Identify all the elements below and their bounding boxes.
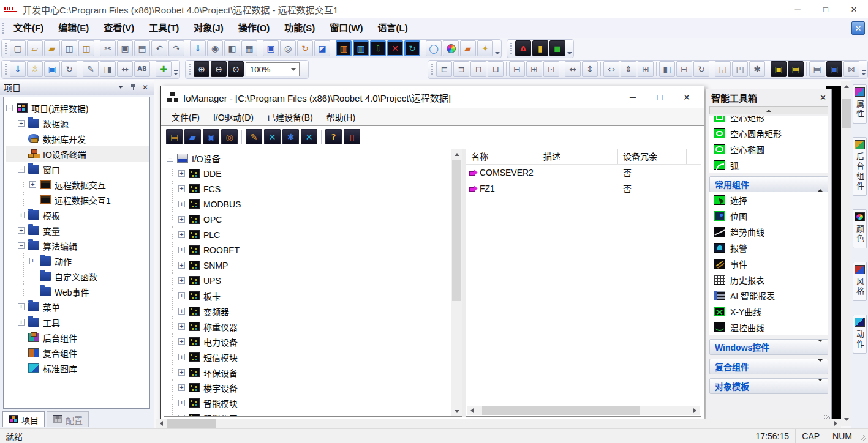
- tree-expander[interactable]: +: [178, 415, 185, 416]
- io-exit-icon[interactable]: ▯: [344, 129, 360, 144]
- tree-expander[interactable]: +: [178, 354, 185, 360]
- save-icon[interactable]: ◫: [61, 40, 77, 56]
- text-width-icon[interactable]: ↔: [117, 61, 133, 77]
- tree-expander[interactable]: +: [178, 323, 185, 330]
- io-new-icon[interactable]: ▤: [166, 129, 183, 144]
- tree-web-event[interactable]: Web事件: [6, 284, 149, 299]
- toolbox-section-windows-controls[interactable]: Windows控件: [709, 339, 828, 355]
- column-header-2[interactable]: 设备冗余: [618, 149, 687, 164]
- text-ab-icon[interactable]: AB: [134, 61, 150, 77]
- zoom-combo-dropdown-button[interactable]: [288, 63, 299, 76]
- toolbox-item-event[interactable]: 事件: [709, 256, 828, 272]
- tree-remote-data-window-1[interactable]: 远程数据交互1: [6, 192, 149, 207]
- lock-icon[interactable]: ⊠: [843, 61, 859, 77]
- scrollbar-thumb[interactable]: [842, 99, 851, 128]
- component-window-icon[interactable]: ▥: [336, 40, 352, 56]
- flip-horizontal-icon[interactable]: ◧: [659, 61, 675, 77]
- toolbox-item-trend-curve[interactable]: 趋势曲线: [709, 224, 828, 240]
- io-delete-icon[interactable]: ✕: [264, 129, 281, 144]
- zoom-level-combobox[interactable]: 100%: [246, 62, 300, 76]
- sync-icon[interactable]: ↻: [61, 61, 77, 77]
- tree-standard-library[interactable]: 标准图库: [6, 360, 149, 376]
- io-tree-opc[interactable]: +OPC: [167, 212, 450, 227]
- column-header-0[interactable]: 名称: [466, 149, 538, 164]
- scroll-down-button[interactable]: [451, 406, 462, 416]
- tree-custom-function[interactable]: 自定义函数: [6, 269, 149, 284]
- toolbox-section-common[interactable]: 常用组件: [709, 176, 828, 192]
- bottom-tab-project[interactable]: 项目: [2, 411, 45, 427]
- io-tree-inverter[interactable]: +变频器: [167, 303, 450, 319]
- chart-column-icon[interactable]: ▮: [532, 40, 548, 56]
- wrench-icon[interactable]: ✦: [477, 40, 493, 56]
- scroll-up-button[interactable]: [841, 81, 851, 91]
- find-replace-icon[interactable]: ◉: [207, 40, 223, 56]
- tree-expander[interactable]: +: [178, 231, 185, 238]
- font-color-icon[interactable]: A: [515, 40, 531, 56]
- save-all-icon[interactable]: ◫: [78, 40, 94, 56]
- tree-expander[interactable]: −: [18, 242, 25, 249]
- tree-expander[interactable]: +: [178, 369, 185, 376]
- device-list-horizontal-scrollbar[interactable]: [467, 406, 700, 415]
- tree-expander[interactable]: +: [178, 262, 185, 269]
- tree-database-dev[interactable]: 数据库开发: [6, 131, 149, 146]
- toolbox-section-object-templates[interactable]: 对象模板: [709, 378, 828, 394]
- align-right-icon[interactable]: ⊐: [453, 61, 469, 77]
- bring-to-front-icon[interactable]: ▣: [771, 61, 787, 77]
- scroll-left-button[interactable]: [156, 419, 167, 428]
- refresh-icon[interactable]: ↻: [297, 40, 313, 56]
- menu-tools[interactable]: 工具(T): [142, 20, 186, 36]
- center-horizontal-icon[interactable]: ⊟: [509, 61, 525, 77]
- screen-icon[interactable]: ◪: [314, 40, 330, 56]
- tree-io-terminal[interactable]: IO设备终端: [6, 146, 149, 162]
- menu-window[interactable]: 窗口(W): [322, 20, 370, 36]
- arrange-icon[interactable]: ✱: [749, 61, 765, 77]
- minimize-button[interactable]: ─: [783, 0, 812, 18]
- tools-delete-icon[interactable]: ✕: [387, 40, 403, 56]
- toolbox-item-hollow-ellipse[interactable]: 空心椭圆: [709, 141, 828, 157]
- download-icon[interactable]: ⇩: [370, 40, 386, 56]
- tree-menu[interactable]: +菜单: [6, 299, 149, 315]
- maximize-button[interactable]: □: [812, 0, 840, 18]
- preview-screen-icon[interactable]: ▣: [826, 61, 842, 77]
- tree-algorithm-edit[interactable]: −算法编辑: [6, 238, 149, 253]
- rotate-icon[interactable]: ↻: [693, 61, 709, 77]
- shapes-icon[interactable]: ▰: [460, 40, 476, 56]
- menu-language[interactable]: 语言(L): [370, 20, 415, 36]
- io-tree-smart-meter[interactable]: +智能仪表: [167, 411, 450, 416]
- io-tree-ups[interactable]: +UPS: [167, 273, 450, 288]
- tree-backend-components[interactable]: 后台组件: [6, 330, 149, 345]
- io-tree-board-card[interactable]: +板卡: [167, 288, 450, 303]
- io-menu-help[interactable]: 帮助(H): [320, 111, 362, 123]
- tree-expander[interactable]: +: [18, 120, 25, 127]
- tree-expander[interactable]: +: [18, 319, 25, 326]
- add-window-icon[interactable]: ✚: [156, 61, 172, 77]
- toolbox-section-composite-components[interactable]: 复合组件: [709, 359, 828, 374]
- io-menu-driver[interactable]: I/O驱动(D): [206, 111, 260, 123]
- tree-expander[interactable]: +: [18, 212, 25, 218]
- menu-file[interactable]: 文件(F): [6, 20, 51, 36]
- tree-project-root[interactable]: −项目(远程数据): [6, 100, 149, 116]
- mdi-horizontal-scrollbar[interactable]: [156, 419, 841, 428]
- io-tree-snmp[interactable]: +SNMP: [167, 258, 450, 273]
- scrollbar-thumb[interactable]: [482, 406, 640, 415]
- align-left-icon[interactable]: ⊏: [436, 61, 452, 77]
- io-tree-building[interactable]: +楼宇设备: [167, 380, 450, 395]
- toolbox-item-ai-report[interactable]: AI 智能报表: [709, 288, 828, 303]
- space-horizontal-icon[interactable]: ↔: [565, 61, 581, 77]
- tree-expander[interactable]: −: [6, 105, 13, 111]
- menu-operate[interactable]: 操作(O): [231, 20, 277, 36]
- tree-expander[interactable]: +: [178, 292, 185, 299]
- color-wheel-icon[interactable]: ●: [443, 40, 459, 56]
- toolbox-item-bitmap[interactable]: 位图: [709, 208, 828, 224]
- menu-function[interactable]: 功能(S): [277, 20, 322, 36]
- tree-expander[interactable]: +: [178, 201, 185, 207]
- scroll-down-button[interactable]: [841, 414, 851, 424]
- scrollbar-thumb[interactable]: [167, 419, 216, 428]
- bottom-tab-config[interactable]: 配置: [47, 411, 89, 427]
- tree-tool[interactable]: +工具: [6, 315, 149, 330]
- toolbar-overflow-button[interactable]: [495, 49, 500, 56]
- undo-icon[interactable]: ↶: [151, 40, 167, 56]
- new-file-icon[interactable]: ▢: [10, 40, 26, 56]
- tree-expander[interactable]: −: [167, 155, 173, 162]
- toolbox-item-hollow-round-rect[interactable]: 空心圆角矩形: [709, 125, 828, 141]
